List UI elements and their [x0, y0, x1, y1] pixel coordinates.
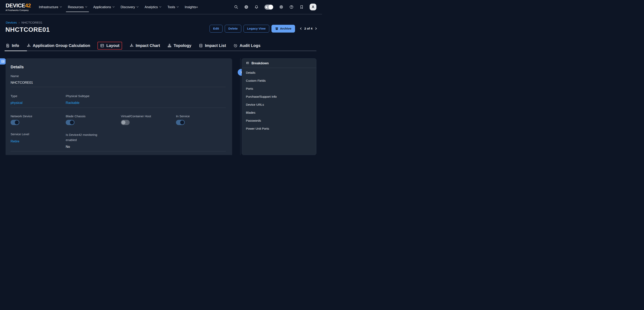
rows-icon	[199, 44, 203, 48]
nav-utility-icons: A	[234, 4, 316, 10]
in-service-toggle[interactable]	[176, 120, 185, 125]
logo-brand: DEVICE	[6, 2, 25, 9]
document-icon	[6, 44, 10, 48]
tab-topology[interactable]: Topology	[168, 43, 191, 48]
device42-logo[interactable]: DEVICE 42 A Freshworks Company	[6, 2, 31, 12]
details-card: Details Name NHCTCORE01 Type physical Ph…	[6, 58, 232, 155]
next-device-button[interactable]	[314, 28, 316, 30]
archive-button[interactable]: Archive	[272, 25, 295, 32]
previous-device-button[interactable]	[300, 28, 302, 30]
in-service-label: In Service	[176, 114, 231, 118]
nav-item-applications[interactable]: Applications	[90, 0, 118, 14]
breakdown-item-ports[interactable]: Ports	[246, 87, 312, 90]
name-field: Name NHCTCORE01	[10, 74, 226, 84]
sitemap-icon	[168, 44, 172, 48]
in-service-field: In Service	[176, 114, 231, 125]
history-icon	[233, 44, 238, 48]
breadcrumb-current: NHCTCORE01	[21, 21, 42, 24]
bell-icon[interactable]	[254, 5, 259, 9]
breakdown-item-blades[interactable]: Blades	[246, 111, 312, 114]
breakdown-item-purchase-support-info[interactable]: Purchase/Support Info	[246, 95, 312, 98]
chevron-down-icon	[160, 6, 162, 8]
edit-button[interactable]: Edit	[210, 25, 222, 32]
name-label: Name	[10, 74, 226, 78]
theme-toggle-knob	[268, 5, 273, 10]
list-icon	[1, 60, 5, 63]
nav-item-analytics[interactable]: Analytics	[142, 0, 164, 14]
page-title: NHCTCORE01	[6, 26, 50, 33]
theme-toggle[interactable]	[264, 4, 273, 10]
logo-brand-accent: 42	[25, 2, 31, 9]
breakdown-item-details[interactable]: Details	[246, 71, 312, 74]
breadcrumb-devices-link[interactable]: Devices	[6, 21, 17, 24]
tab-audit-logs[interactable]: Audit Logs	[233, 43, 260, 48]
type-row: Type physical Physical Subtype Rackable	[10, 94, 226, 105]
virtual-container-host-field: Virtual/Container Host	[121, 114, 176, 125]
type-field: Type physical	[10, 94, 66, 105]
device-pager: 2 of 4	[300, 27, 316, 30]
physical-subtype-value-link[interactable]: Rackable	[66, 101, 80, 105]
breakdown-item-passwords[interactable]: Passwords	[246, 119, 312, 122]
breakdown-item-device-urls[interactable]: Device URLs	[246, 103, 312, 106]
type-value-link[interactable]: physical	[10, 101, 22, 105]
monitoring-label: Is Device42 monitoring enabled	[66, 132, 105, 142]
chevron-down-icon	[176, 6, 178, 8]
name-value: NHCTCORE01	[10, 80, 226, 84]
tab-info[interactable]: Info	[6, 43, 19, 48]
moon-icon	[265, 6, 268, 9]
tab-layout[interactable]: Layout	[100, 43, 120, 48]
breakdown-header: Breakdown	[242, 58, 316, 68]
network-icon	[130, 44, 134, 48]
blade-chassis-label: Blade Chassis	[66, 114, 121, 118]
breakdown-panel: Breakdown Details Custom Fields Ports Pu…	[242, 58, 316, 155]
logo-subtitle: A Freshworks Company	[6, 9, 31, 12]
help-icon[interactable]	[289, 5, 294, 9]
globe-icon[interactable]	[244, 5, 248, 9]
active-tab-indicator	[4, 50, 27, 51]
breakdown-list: Details Custom Fields Ports Purchase/Sup…	[242, 68, 316, 138]
service-level-label: Service Level	[10, 132, 66, 136]
delete-button[interactable]: Delete	[225, 25, 241, 32]
search-icon[interactable]	[234, 5, 238, 9]
tab-application-group-calculation[interactable]: Application Group Calculation	[26, 43, 90, 48]
virtual-container-host-toggle[interactable]	[121, 120, 130, 125]
service-level-field: Service Level Retire	[10, 132, 66, 148]
tab-impact-list[interactable]: Impact List	[199, 43, 226, 48]
nav-item-tools[interactable]: Tools	[164, 0, 182, 14]
physical-subtype-field: Physical Subtype Rackable	[66, 94, 121, 105]
tab-bar: Info Application Group Calculation Layou…	[6, 41, 316, 51]
chevron-down-icon	[60, 6, 62, 8]
physical-subtype-label: Physical Subtype	[66, 94, 121, 98]
chevron-down-icon	[137, 6, 139, 8]
nav-item-discovery[interactable]: Discovery	[118, 0, 142, 14]
details-heading: Details	[10, 65, 226, 69]
tab-impact-chart[interactable]: Impact Chart	[130, 43, 160, 48]
monitoring-field: Is Device42 monitoring enabled No	[66, 132, 121, 148]
pagination-label: 2 of 4	[304, 27, 312, 30]
monitoring-value: No	[66, 144, 121, 148]
gear-icon[interactable]	[279, 5, 284, 9]
primary-nav: Infrastructure Resources Applications Di…	[36, 0, 201, 14]
virtual-container-host-label: Virtual/Container Host	[121, 114, 176, 118]
service-level-value-link[interactable]: Retire	[10, 139, 20, 143]
type-label: Type	[10, 94, 66, 98]
breadcrumb-separator: ›	[18, 21, 20, 24]
layout-tab-highlight-box: Layout	[98, 42, 122, 50]
chevron-down-icon	[85, 6, 87, 8]
blade-chassis-toggle[interactable]	[66, 120, 74, 125]
service-level-row: Service Level Retire Is Device42 monitor…	[10, 132, 226, 148]
legacy-view-button[interactable]: Legacy View	[244, 25, 269, 32]
nav-item-insights[interactable]: Insights+	[182, 0, 201, 14]
bookmark-icon[interactable]	[300, 5, 304, 9]
breakdown-item-custom-fields[interactable]: Custom Fields	[246, 79, 312, 82]
details-panel-toggle-tab[interactable]	[0, 58, 6, 64]
nav-item-infrastructure[interactable]: Infrastructure	[36, 0, 65, 14]
network-icon	[26, 44, 31, 48]
breakdown-item-power-unit-ports[interactable]: Power Unit Ports	[246, 127, 312, 130]
action-buttons: Edit Delete Legacy View Archive 2 of 4	[210, 25, 316, 32]
network-device-toggle[interactable]	[10, 120, 20, 125]
avatar[interactable]: A	[310, 4, 316, 10]
toggles-row: Network Device Blade Chassis Virtual/Con…	[10, 114, 226, 125]
archive-icon	[275, 27, 278, 30]
nav-item-resources[interactable]: Resources	[65, 0, 90, 14]
